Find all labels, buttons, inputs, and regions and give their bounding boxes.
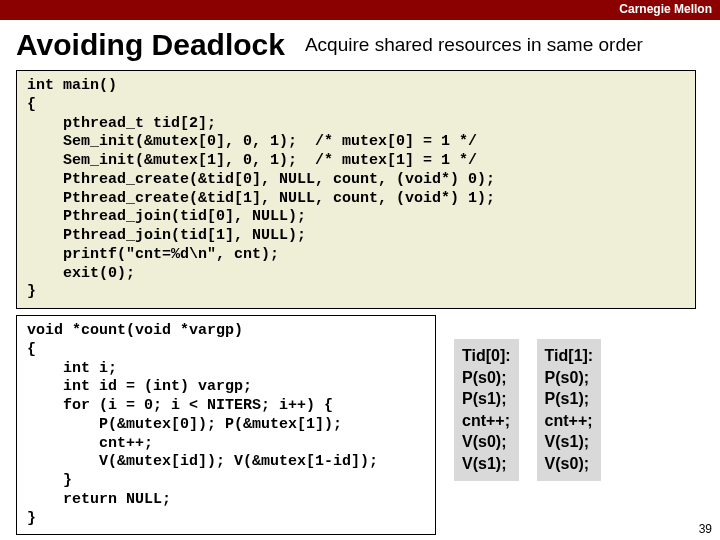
tid1-column: Tid[1]: P(s0); P(s1); cnt++; V(s1); V(s0… [537,339,602,481]
code-main-box: int main() { pthread_t tid[2]; Sem_init(… [16,70,696,309]
header-bar: Carnegie Mellon [0,0,720,20]
university-label: Carnegie Mellon [619,2,712,16]
page-number: 39 [699,522,712,536]
code-count-box: void *count(void *vargp) { int i; int id… [16,315,436,535]
tid0-column: Tid[0]: P(s0); P(s1); cnt++; V(s0); V(s1… [454,339,519,481]
slide-title: Avoiding Deadlock [16,28,285,62]
title-row: Avoiding Deadlock Acquire shared resourc… [0,20,720,68]
bottom-row: void *count(void *vargp) { int i; int id… [0,315,720,535]
slide-subtitle: Acquire shared resources in same order [305,34,643,56]
